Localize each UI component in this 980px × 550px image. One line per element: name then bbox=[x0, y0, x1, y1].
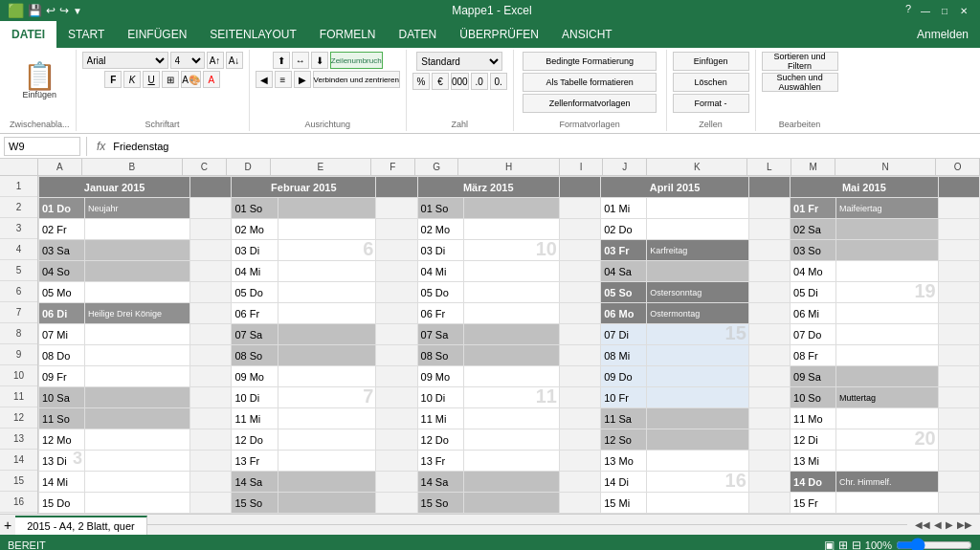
note-cell[interactable] bbox=[85, 324, 190, 345]
align-middle-button[interactable]: ↔ bbox=[292, 52, 309, 69]
day-cell[interactable]: 11 Mo bbox=[791, 408, 836, 429]
note-cell[interactable] bbox=[85, 345, 190, 366]
day-cell[interactable]: 01 Do bbox=[39, 198, 85, 219]
row-num-10[interactable]: 10 bbox=[0, 365, 37, 386]
note-cell[interactable] bbox=[836, 219, 939, 240]
anmelden-button[interactable]: Anmelden bbox=[905, 21, 980, 48]
decrease-font-button[interactable]: A↓ bbox=[226, 52, 243, 69]
note-cell[interactable] bbox=[278, 261, 375, 282]
day-cell[interactable]: 12 So bbox=[601, 429, 647, 451]
maximize-button[interactable]: □ bbox=[936, 3, 953, 18]
row-num-12[interactable]: 12 bbox=[0, 407, 37, 429]
day-cell[interactable]: 02 Do bbox=[601, 219, 647, 240]
day-cell[interactable]: 04 Sa bbox=[601, 261, 647, 282]
col-header-j[interactable]: J bbox=[603, 159, 647, 175]
close-button[interactable]: ✕ bbox=[955, 3, 972, 18]
day-cell[interactable]: 13 Mi bbox=[791, 451, 836, 472]
decimal-dec-button[interactable]: 0. bbox=[490, 73, 507, 90]
day-cell[interactable]: 05 Do bbox=[417, 282, 463, 303]
tab-daten[interactable]: DATEN bbox=[388, 21, 449, 48]
number-format-select[interactable]: Standard bbox=[416, 52, 502, 71]
note-cell[interactable] bbox=[278, 366, 375, 387]
day-cell[interactable]: 08 Fr bbox=[791, 345, 836, 366]
note-cell[interactable] bbox=[836, 451, 939, 472]
day-cell[interactable]: 07 Di bbox=[601, 324, 647, 345]
day-cell[interactable]: 03 Sa bbox=[39, 240, 85, 261]
day-cell[interactable]: 01 So bbox=[417, 198, 463, 219]
note-cell[interactable] bbox=[463, 303, 559, 324]
day-cell[interactable]: 13 Fr bbox=[417, 451, 463, 472]
note-cell[interactable] bbox=[647, 366, 749, 387]
normal-view-button[interactable]: ▣ bbox=[824, 539, 835, 550]
holiday-cell[interactable]: Heilige Drei Könige bbox=[85, 303, 190, 324]
col-header-o[interactable]: O bbox=[936, 159, 980, 175]
day-cell[interactable]: 14 Mi bbox=[39, 472, 85, 493]
day-cell[interactable]: 01 Mi bbox=[601, 198, 647, 219]
format-cells-button[interactable]: Format - bbox=[673, 94, 749, 113]
day-cell[interactable]: 07 Mi bbox=[39, 324, 85, 345]
note-cell[interactable] bbox=[85, 366, 190, 387]
note-cell[interactable] bbox=[647, 345, 749, 366]
day-cell[interactable]: 12 Mo bbox=[39, 429, 85, 451]
thousands-button[interactable]: 000 bbox=[451, 73, 469, 90]
week-cell[interactable]: 15 bbox=[647, 324, 749, 345]
note-cell[interactable] bbox=[278, 472, 375, 493]
note-cell[interactable] bbox=[463, 472, 559, 493]
note-cell[interactable] bbox=[647, 451, 749, 472]
insert-cells-button[interactable]: Einfügen bbox=[673, 52, 749, 71]
note-cell[interactable] bbox=[463, 345, 559, 366]
note-cell[interactable] bbox=[647, 219, 749, 240]
day-cell[interactable]: 15 So bbox=[232, 493, 278, 514]
decimal-inc-button[interactable]: .0 bbox=[471, 73, 488, 90]
quick-save-icon[interactable]: 💾 bbox=[28, 4, 42, 17]
day-cell[interactable]: 03 Di bbox=[417, 240, 463, 261]
row-num-3[interactable]: 3 bbox=[0, 218, 37, 239]
day-cell[interactable]: 04 So bbox=[39, 261, 85, 282]
note-cell[interactable] bbox=[85, 493, 190, 514]
month-feb[interactable]: Februar 2015 bbox=[232, 177, 376, 198]
day-cell[interactable]: 02 Mo bbox=[232, 219, 278, 240]
align-bottom-button[interactable]: ⬇ bbox=[311, 52, 328, 69]
day-cell[interactable]: 07 Do bbox=[791, 324, 836, 345]
currency-button[interactable]: € bbox=[432, 73, 449, 90]
day-cell[interactable]: 10 Di bbox=[417, 387, 463, 408]
row-num-15[interactable]: 15 bbox=[0, 471, 37, 492]
col-header-g[interactable]: G bbox=[415, 159, 459, 175]
day-cell[interactable]: 02 Mo bbox=[417, 219, 463, 240]
day-cell[interactable]: 13 Di3 bbox=[39, 451, 85, 472]
day-cell[interactable]: 13 Mo bbox=[601, 451, 647, 472]
note-cell[interactable] bbox=[463, 493, 559, 514]
einfuegen-button[interactable]: 📋 Einfügen bbox=[14, 52, 64, 111]
note-cell[interactable] bbox=[836, 408, 939, 429]
day-cell[interactable]: 06 Di bbox=[39, 303, 85, 324]
day-cell[interactable]: 01 So bbox=[232, 198, 278, 219]
week-cell[interactable]: 7 bbox=[278, 387, 375, 408]
month-may[interactable]: Mai 2015 bbox=[791, 177, 939, 198]
note-cell[interactable] bbox=[85, 408, 190, 429]
row-num-11[interactable]: 11 bbox=[0, 386, 37, 407]
holiday-cell[interactable]: Karfreitag bbox=[647, 240, 749, 261]
col-header-d[interactable]: D bbox=[227, 159, 271, 175]
day-cell[interactable]: 08 So bbox=[417, 345, 463, 366]
day-cell[interactable]: 15 Mi bbox=[601, 493, 647, 514]
as-table-button[interactable]: Als Tabelle formatieren bbox=[523, 73, 657, 92]
day-cell[interactable]: 14 Do bbox=[791, 472, 836, 493]
month-apr[interactable]: April 2015 bbox=[601, 177, 749, 198]
note-cell[interactable] bbox=[85, 219, 190, 240]
day-cell[interactable]: 14 Sa bbox=[417, 472, 463, 493]
day-cell[interactable]: 10 Fr bbox=[601, 387, 647, 408]
conditional-format-button[interactable]: Bedingte Formatierung bbox=[523, 52, 657, 71]
day-cell[interactable]: 14 Di bbox=[601, 472, 647, 493]
col-header-c[interactable]: C bbox=[183, 159, 227, 175]
note-cell[interactable] bbox=[647, 408, 749, 429]
col-header-n[interactable]: N bbox=[835, 159, 936, 175]
zoom-slider[interactable] bbox=[896, 538, 972, 550]
day-cell[interactable]: 08 So bbox=[232, 345, 278, 366]
col-header-a[interactable]: A bbox=[38, 159, 82, 175]
day-cell[interactable]: 06 Fr bbox=[232, 303, 278, 324]
note-cell[interactable] bbox=[278, 408, 375, 429]
row-num-6[interactable]: 6 bbox=[0, 281, 37, 302]
font-size-select[interactable]: 4 bbox=[170, 52, 205, 69]
dropdown-icon[interactable]: ▼ bbox=[73, 6, 82, 16]
day-cell[interactable]: 06 Mo bbox=[601, 303, 647, 324]
